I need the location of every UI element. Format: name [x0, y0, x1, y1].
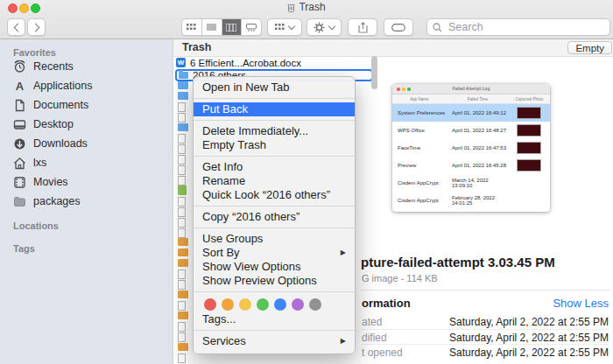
file-row[interactable]: W 6 Efficient...Acrobat.docx [176, 57, 301, 68]
column-view-button[interactable] [222, 19, 242, 35]
sidebar-item-desktop[interactable]: Desktop [0, 115, 173, 134]
menu-separator [194, 330, 355, 331]
tag-button[interactable] [384, 18, 413, 36]
forward-button[interactable] [27, 18, 46, 36]
info-row-last-opened: t opened Saturday, April 2, 2022 at 2:55… [362, 344, 609, 360]
mini-window-title: Failed Attempt Log [405, 85, 539, 93]
content-header: Trash Empty [173, 39, 613, 57]
folder-icon [13, 195, 26, 208]
doc-icon[interactable] [178, 134, 186, 144]
show-less-link[interactable]: Show Less [553, 297, 609, 310]
info-value: Saturday, April 2, 2022 at 2:55 PM [449, 346, 609, 359]
menu-item-open-in-new-tab[interactable]: Open in New Tab [194, 80, 355, 94]
sidebar-item-downloads[interactable]: Downloads [0, 134, 173, 153]
folder-icon[interactable] [178, 92, 188, 100]
image-icon[interactable] [178, 312, 188, 319]
tag-orange-dot[interactable] [222, 298, 234, 311]
doc-icon[interactable] [178, 354, 186, 363]
back-button[interactable] [7, 18, 25, 36]
doc-icon[interactable] [178, 102, 186, 112]
sidebar-item-recents[interactable]: Recents [0, 57, 173, 76]
mini-table-row: FaceTime April 01, 2022 16:47:53 [392, 139, 550, 157]
empty-trash-button[interactable]: Empty [567, 41, 612, 54]
doc-icon[interactable] [178, 332, 186, 342]
tag-color-row [194, 296, 355, 312]
doc-icon[interactable] [178, 165, 186, 175]
doc-icon[interactable] [178, 207, 186, 217]
menu-item-sort-by[interactable]: Sort By▶ [194, 246, 355, 260]
search-input[interactable] [447, 20, 604, 34]
info-label: t opened [362, 346, 403, 359]
svg-text:A: A [16, 80, 25, 93]
submenu-arrow-icon: ▶ [341, 246, 346, 260]
menu-item-quick-look[interactable]: Quick Look “2016 others” [194, 188, 355, 202]
doc-icon[interactable] [178, 176, 186, 186]
tag-red-dot[interactable] [204, 298, 216, 311]
tag-blue-dot[interactable] [274, 298, 286, 311]
doc-icon[interactable] [178, 218, 186, 228]
sidebar-item-packages[interactable]: packages [0, 192, 173, 211]
gallery-view-button[interactable] [241, 19, 261, 35]
doc-icon[interactable] [178, 280, 186, 290]
group-by-button[interactable] [267, 18, 302, 36]
finder-window: Trash [0, 0, 613, 364]
menu-item-services[interactable]: Services▶ [194, 334, 355, 348]
sheet-icon[interactable] [178, 186, 187, 195]
menu-item-show-preview-options[interactable]: Show Preview Options [194, 274, 355, 288]
gallery-view-icon [246, 24, 257, 32]
image-icon[interactable] [178, 343, 188, 351]
sidebar-item-applications[interactable]: A Applications [0, 76, 173, 95]
mini-close-icon [397, 88, 400, 91]
doc-icon[interactable] [178, 155, 186, 164]
menu-item-rename[interactable]: Rename [194, 174, 355, 188]
tag-gray-dot[interactable] [309, 298, 321, 311]
sidebar: Favorites Recents A Applications [0, 39, 173, 364]
sidebar-item-label: Documents [33, 99, 88, 111]
share-button[interactable] [348, 18, 377, 36]
folder-icon[interactable] [178, 123, 188, 131]
doc-icon[interactable] [178, 301, 186, 311]
folder-icon [179, 72, 188, 79]
list-view-button[interactable] [201, 19, 222, 35]
applications-icon: A [13, 80, 26, 93]
mini-window-titlebar: Failed Attempt Log [392, 84, 550, 94]
doc-icon[interactable] [178, 270, 186, 279]
menu-item-use-groups[interactable]: Use Groups [194, 232, 355, 246]
tag-purple-dot[interactable] [292, 298, 304, 311]
window-chrome: Trash [0, 0, 613, 39]
image-icon[interactable] [178, 290, 188, 298]
tag-green-dot[interactable] [257, 298, 269, 311]
mini-cell-app: FaceTime [392, 145, 447, 150]
menu-item-delete-immediately[interactable]: Delete Immediately... [194, 124, 355, 138]
tag-yellow-dot[interactable] [239, 298, 251, 311]
scrollbar-thumb[interactable] [371, 56, 377, 89]
image-icon[interactable] [178, 248, 188, 256]
mini-cell-photo [508, 142, 550, 154]
group-by-icon [275, 24, 285, 31]
sidebar-item-home[interactable]: lxs [0, 153, 173, 172]
context-menu: Open in New Tab Put Back Delete Immediat… [193, 76, 356, 354]
sidebar-item-documents[interactable]: Documents [0, 95, 173, 115]
menu-item-put-back[interactable]: Put Back [194, 102, 355, 116]
doc-icon[interactable] [178, 144, 186, 154]
doc-icon[interactable] [178, 322, 186, 332]
menu-item-show-view-options[interactable]: Show View Options [194, 260, 355, 274]
menu-item-empty-trash[interactable]: Empty Trash [194, 138, 355, 152]
menu-item-copy[interactable]: Copy “2016 others” [194, 210, 355, 224]
list-view-icon [207, 24, 216, 31]
icon-view-button[interactable] [182, 19, 201, 35]
folder-icon[interactable] [178, 81, 188, 89]
mini-cell-app: WPS Office [392, 128, 447, 133]
menu-item-get-info[interactable]: Get Info [194, 160, 355, 174]
doc-icon[interactable] [178, 197, 186, 206]
word-doc-icon: W [176, 58, 186, 67]
image-icon[interactable] [178, 259, 188, 267]
doc-icon[interactable] [178, 113, 186, 122]
menu-item-tags[interactable]: Tags... [194, 312, 355, 326]
forward-chevron-icon [31, 23, 39, 32]
image-icon[interactable] [178, 238, 188, 246]
sidebar-item-movies[interactable]: Movies [0, 172, 173, 192]
doc-icon[interactable] [178, 228, 186, 238]
search-field[interactable] [426, 18, 610, 36]
action-menu-button[interactable] [306, 18, 342, 36]
